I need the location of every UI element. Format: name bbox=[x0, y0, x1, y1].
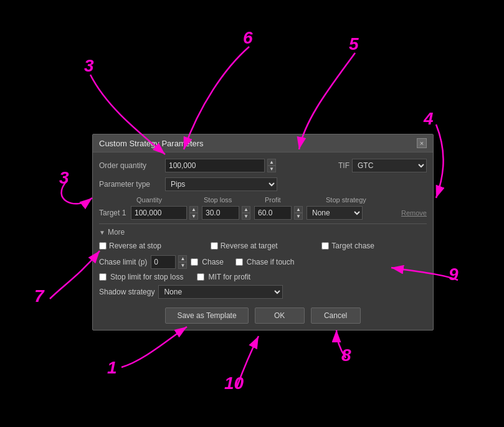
shadow-strategy-select[interactable]: None bbox=[158, 285, 283, 299]
order-quantity-spinner[interactable]: ▲ ▼ bbox=[267, 159, 276, 172]
chase-if-touch-checkbox[interactable] bbox=[235, 258, 243, 266]
order-quantity-down[interactable]: ▼ bbox=[267, 166, 276, 172]
stop-limit-checkbox[interactable] bbox=[99, 273, 107, 281]
table-header: Quantity Stop loss Profit Stop strategy bbox=[99, 196, 427, 204]
col-stoploss-header: Stop loss bbox=[204, 196, 260, 204]
stop-limit-row: Stop limit for stop loss MIT for profit bbox=[99, 273, 427, 281]
target1-pr-up[interactable]: ▲ bbox=[294, 206, 303, 213]
remove-link[interactable]: Remove bbox=[401, 209, 427, 217]
order-quantity-up[interactable]: ▲ bbox=[267, 159, 276, 166]
stop-limit-label: Stop limit for stop loss bbox=[110, 273, 183, 281]
reverse-at-stop-label: Reverse at stop bbox=[109, 242, 161, 250]
target1-profit-spinner[interactable]: ▲ ▼ bbox=[294, 206, 303, 220]
more-label: More bbox=[108, 228, 125, 237]
target-chase-checkbox[interactable] bbox=[321, 242, 329, 250]
order-quantity-label: Order quantity bbox=[99, 161, 161, 170]
order-quantity-input[interactable] bbox=[165, 159, 265, 172]
annotation-4: 4 bbox=[424, 109, 434, 129]
annotation-1: 1 bbox=[107, 358, 117, 378]
shadow-strategy-row: Shadow strategy None bbox=[99, 285, 427, 299]
annotation-6: 6 bbox=[243, 28, 253, 48]
chase-limit-down[interactable]: ▼ bbox=[178, 262, 187, 269]
target-chase-item: Target chase bbox=[321, 242, 427, 250]
shadow-strategy-label: Shadow strategy bbox=[99, 288, 155, 296]
tif-select[interactable]: GTC bbox=[352, 159, 427, 172]
target1-sl-up[interactable]: ▲ bbox=[242, 206, 250, 213]
chase-checkbox[interactable] bbox=[191, 258, 198, 266]
close-button[interactable]: × bbox=[417, 138, 427, 148]
reverse-at-target-item: Reverse at target bbox=[211, 242, 316, 250]
reverse-at-stop-checkbox[interactable] bbox=[99, 242, 107, 250]
chase-if-touch-label: Chase if touch bbox=[247, 258, 295, 266]
annotation-5: 5 bbox=[349, 34, 359, 54]
more-toggle[interactable]: ▼ More bbox=[99, 228, 427, 237]
annotation-9: 9 bbox=[449, 265, 459, 284]
target1-sl-down[interactable]: ▼ bbox=[242, 213, 250, 220]
annotation-7: 7 bbox=[34, 286, 44, 306]
target1-stoploss-input[interactable] bbox=[202, 206, 239, 220]
parameter-type-label: Parameter type bbox=[99, 180, 161, 189]
target1-row: Target 1 ▲ ▼ ▲ ▼ ▲ ▼ None Remove bbox=[99, 206, 427, 220]
parameter-type-row: Parameter type Pips bbox=[99, 177, 427, 191]
reverse-at-target-label: Reverse at target bbox=[221, 242, 278, 250]
cancel-button[interactable]: Cancel bbox=[311, 307, 361, 324]
chase-limit-input[interactable] bbox=[151, 255, 176, 269]
annotation-3: 3 bbox=[84, 56, 94, 76]
target1-quantity-input[interactable] bbox=[131, 206, 187, 220]
button-row: Save as Template OK Cancel bbox=[99, 305, 427, 324]
annotation-8: 8 bbox=[341, 345, 351, 365]
target1-label: Target 1 bbox=[99, 209, 127, 217]
checkbox-grid: Reverse at stop Reverse at target Target… bbox=[99, 242, 427, 250]
col-quantity-header: Quantity bbox=[136, 196, 199, 204]
target1-quantity-spinner[interactable]: ▲ ▼ bbox=[189, 206, 198, 220]
chase-label: Chase bbox=[202, 258, 224, 266]
reverse-at-stop-item: Reverse at stop bbox=[99, 242, 204, 250]
more-section: ▼ More Reverse at stop Reverse at target… bbox=[99, 223, 427, 324]
annotation-10: 10 bbox=[224, 373, 244, 393]
mit-for-profit-label: MIT for profit bbox=[208, 273, 250, 281]
more-triangle-icon: ▼ bbox=[99, 229, 105, 236]
target1-qty-down[interactable]: ▼ bbox=[189, 213, 198, 220]
chase-limit-label: Chase limit (p) bbox=[99, 258, 147, 266]
col-strategy-header: Stop strategy bbox=[326, 196, 401, 204]
custom-strategy-dialog: Custom Strategy Parameters × Order quant… bbox=[92, 134, 434, 331]
ok-button[interactable]: OK bbox=[255, 307, 305, 324]
target1-strategy-select[interactable]: None bbox=[307, 206, 363, 220]
chase-limit-up[interactable]: ▲ bbox=[178, 255, 187, 262]
mit-for-profit-checkbox[interactable] bbox=[197, 273, 204, 281]
target-chase-label: Target chase bbox=[331, 242, 374, 250]
target1-stoploss-spinner[interactable]: ▲ ▼ bbox=[242, 206, 250, 220]
annotation-2: 3 bbox=[59, 168, 69, 188]
chase-limit-row: Chase limit (p) ▲ ▼ Chase Chase if touch bbox=[99, 255, 427, 269]
tif-group: TIF GTC bbox=[338, 159, 427, 172]
parameter-type-select[interactable]: Pips bbox=[165, 177, 277, 191]
target1-profit-input[interactable] bbox=[254, 206, 292, 220]
tif-label: TIF bbox=[338, 161, 349, 170]
order-quantity-row: Order quantity ▲ ▼ TIF GTC bbox=[99, 159, 427, 172]
reverse-at-target-checkbox[interactable] bbox=[211, 242, 218, 250]
dialog-header: Custom Strategy Parameters × bbox=[93, 134, 433, 152]
chase-limit-spinner[interactable]: ▲ ▼ bbox=[178, 255, 187, 269]
target1-pr-down[interactable]: ▼ bbox=[294, 213, 303, 220]
dialog-title: Custom Strategy Parameters bbox=[99, 139, 204, 148]
col-profit-header: Profit bbox=[265, 196, 321, 204]
target1-qty-up[interactable]: ▲ bbox=[189, 206, 198, 213]
save-template-button[interactable]: Save as Template bbox=[165, 307, 248, 324]
dialog-body: Order quantity ▲ ▼ TIF GTC Parameter typ… bbox=[93, 152, 433, 330]
